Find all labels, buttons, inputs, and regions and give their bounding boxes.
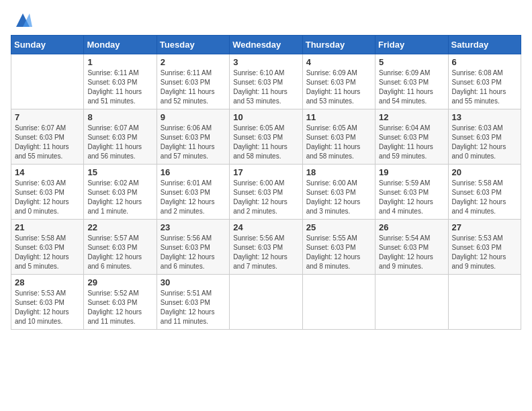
day-number: 29 bbox=[87, 277, 152, 287]
day-number: 11 bbox=[306, 112, 371, 122]
day-number: 6 bbox=[452, 57, 517, 67]
logo-icon bbox=[13, 11, 32, 30]
day-number: 23 bbox=[161, 222, 226, 232]
day-number: 12 bbox=[379, 112, 444, 122]
calendar-cell: 27Sunrise: 5:53 AMSunset: 6:03 PMDayligh… bbox=[448, 220, 521, 275]
calendar-cell bbox=[448, 275, 521, 330]
day-number: 26 bbox=[379, 222, 444, 232]
day-info: Sunrise: 5:56 AMSunset: 6:03 PMDaylight:… bbox=[161, 234, 226, 271]
day-info: Sunrise: 6:00 AMSunset: 6:03 PMDaylight:… bbox=[306, 179, 371, 216]
calendar-cell: 5Sunrise: 6:09 AMSunset: 6:03 PMDaylight… bbox=[375, 54, 448, 109]
day-number: 25 bbox=[306, 222, 371, 232]
day-number: 22 bbox=[87, 222, 152, 232]
day-number: 7 bbox=[15, 112, 80, 122]
day-number: 10 bbox=[233, 112, 298, 122]
calendar-cell: 12Sunrise: 6:04 AMSunset: 6:03 PMDayligh… bbox=[375, 109, 448, 165]
day-number: 4 bbox=[306, 57, 371, 67]
day-number: 30 bbox=[161, 277, 226, 287]
day-info: Sunrise: 5:53 AMSunset: 6:03 PMDaylight:… bbox=[452, 234, 517, 271]
day-info: Sunrise: 6:10 AMSunset: 6:03 PMDaylight:… bbox=[233, 68, 298, 106]
day-info: Sunrise: 6:11 AMSunset: 6:03 PMDaylight:… bbox=[161, 68, 226, 106]
day-number: 19 bbox=[379, 167, 444, 177]
calendar-cell: 7Sunrise: 6:07 AMSunset: 6:03 PMDaylight… bbox=[11, 109, 84, 165]
day-number: 28 bbox=[15, 277, 80, 287]
calendar-week-1: 1Sunrise: 6:11 AMSunset: 6:03 PMDaylight… bbox=[11, 54, 521, 109]
day-info: Sunrise: 5:58 AMSunset: 6:03 PMDaylight:… bbox=[452, 179, 517, 216]
calendar-header-sunday: Sunday bbox=[11, 36, 84, 54]
day-info: Sunrise: 6:00 AMSunset: 6:03 PMDaylight:… bbox=[233, 179, 298, 216]
calendar-cell bbox=[302, 275, 375, 330]
calendar-cell: 15Sunrise: 6:02 AMSunset: 6:03 PMDayligh… bbox=[84, 165, 157, 220]
calendar-cell: 29Sunrise: 5:52 AMSunset: 6:03 PMDayligh… bbox=[84, 275, 157, 330]
day-info: Sunrise: 6:04 AMSunset: 6:03 PMDaylight:… bbox=[379, 124, 444, 161]
day-number: 27 bbox=[452, 222, 517, 232]
day-number: 17 bbox=[233, 167, 298, 177]
calendar-cell: 1Sunrise: 6:11 AMSunset: 6:03 PMDaylight… bbox=[84, 54, 157, 109]
calendar-header-row: SundayMondayTuesdayWednesdayThursdayFrid… bbox=[11, 36, 521, 54]
calendar-cell: 19Sunrise: 5:59 AMSunset: 6:03 PMDayligh… bbox=[375, 165, 448, 220]
calendar-cell: 9Sunrise: 6:06 AMSunset: 6:03 PMDaylight… bbox=[157, 109, 229, 165]
calendar-cell: 4Sunrise: 6:09 AMSunset: 6:03 PMDaylight… bbox=[302, 54, 375, 109]
calendar-cell: 13Sunrise: 6:03 AMSunset: 6:03 PMDayligh… bbox=[448, 109, 521, 165]
day-info: Sunrise: 6:01 AMSunset: 6:03 PMDaylight:… bbox=[161, 179, 226, 216]
calendar-week-5: 28Sunrise: 5:53 AMSunset: 6:03 PMDayligh… bbox=[11, 275, 521, 330]
calendar-header-wednesday: Wednesday bbox=[230, 36, 302, 54]
calendar-header-thursday: Thursday bbox=[302, 36, 375, 54]
day-number: 24 bbox=[233, 222, 298, 232]
day-info: Sunrise: 6:02 AMSunset: 6:03 PMDaylight:… bbox=[87, 179, 152, 216]
calendar-header-saturday: Saturday bbox=[448, 36, 521, 54]
day-info: Sunrise: 6:07 AMSunset: 6:03 PMDaylight:… bbox=[15, 124, 80, 161]
calendar-cell: 14Sunrise: 6:03 AMSunset: 6:03 PMDayligh… bbox=[11, 165, 84, 220]
day-number: 21 bbox=[15, 222, 80, 232]
calendar-cell: 8Sunrise: 6:07 AMSunset: 6:03 PMDaylight… bbox=[84, 109, 157, 165]
day-info: Sunrise: 6:06 AMSunset: 6:03 PMDaylight:… bbox=[161, 124, 226, 161]
day-info: Sunrise: 6:03 AMSunset: 6:03 PMDaylight:… bbox=[452, 124, 517, 161]
day-info: Sunrise: 5:55 AMSunset: 6:03 PMDaylight:… bbox=[306, 234, 371, 271]
day-info: Sunrise: 6:11 AMSunset: 6:03 PMDaylight:… bbox=[87, 68, 152, 106]
calendar-cell: 6Sunrise: 6:08 AMSunset: 6:03 PMDaylight… bbox=[448, 54, 521, 109]
calendar-cell: 22Sunrise: 5:57 AMSunset: 6:03 PMDayligh… bbox=[84, 220, 157, 275]
calendar-cell bbox=[11, 54, 84, 109]
day-number: 2 bbox=[161, 57, 226, 67]
calendar-cell: 26Sunrise: 5:54 AMSunset: 6:03 PMDayligh… bbox=[375, 220, 448, 275]
day-number: 3 bbox=[233, 57, 298, 67]
logo bbox=[11, 11, 32, 30]
day-number: 20 bbox=[452, 167, 517, 177]
calendar-header-monday: Monday bbox=[84, 36, 157, 54]
day-info: Sunrise: 5:53 AMSunset: 6:03 PMDaylight:… bbox=[15, 289, 80, 326]
page-header bbox=[11, 11, 521, 30]
day-info: Sunrise: 6:09 AMSunset: 6:03 PMDaylight:… bbox=[306, 68, 371, 106]
calendar-cell: 11Sunrise: 6:05 AMSunset: 6:03 PMDayligh… bbox=[302, 109, 375, 165]
day-number: 16 bbox=[161, 167, 226, 177]
day-number: 5 bbox=[379, 57, 444, 67]
day-info: Sunrise: 6:03 AMSunset: 6:03 PMDaylight:… bbox=[15, 179, 80, 216]
day-info: Sunrise: 5:56 AMSunset: 6:03 PMDaylight:… bbox=[233, 234, 298, 271]
calendar-cell: 2Sunrise: 6:11 AMSunset: 6:03 PMDaylight… bbox=[157, 54, 229, 109]
day-info: Sunrise: 5:58 AMSunset: 6:03 PMDaylight:… bbox=[15, 234, 80, 271]
calendar-cell: 23Sunrise: 5:56 AMSunset: 6:03 PMDayligh… bbox=[157, 220, 229, 275]
calendar-cell: 18Sunrise: 6:00 AMSunset: 6:03 PMDayligh… bbox=[302, 165, 375, 220]
calendar-cell: 17Sunrise: 6:00 AMSunset: 6:03 PMDayligh… bbox=[230, 165, 302, 220]
day-number: 14 bbox=[15, 167, 80, 177]
day-info: Sunrise: 6:08 AMSunset: 6:03 PMDaylight:… bbox=[452, 68, 517, 106]
calendar-body: 1Sunrise: 6:11 AMSunset: 6:03 PMDaylight… bbox=[11, 54, 521, 330]
calendar-cell: 16Sunrise: 6:01 AMSunset: 6:03 PMDayligh… bbox=[157, 165, 229, 220]
calendar-cell: 10Sunrise: 6:05 AMSunset: 6:03 PMDayligh… bbox=[230, 109, 302, 165]
calendar-cell: 28Sunrise: 5:53 AMSunset: 6:03 PMDayligh… bbox=[11, 275, 84, 330]
day-number: 13 bbox=[452, 112, 517, 122]
day-info: Sunrise: 6:05 AMSunset: 6:03 PMDaylight:… bbox=[306, 124, 371, 161]
calendar-week-3: 14Sunrise: 6:03 AMSunset: 6:03 PMDayligh… bbox=[11, 165, 521, 220]
day-info: Sunrise: 5:54 AMSunset: 6:03 PMDaylight:… bbox=[379, 234, 444, 271]
day-info: Sunrise: 6:09 AMSunset: 6:03 PMDaylight:… bbox=[379, 68, 444, 106]
day-info: Sunrise: 6:07 AMSunset: 6:03 PMDaylight:… bbox=[87, 124, 152, 161]
calendar-cell: 30Sunrise: 5:51 AMSunset: 6:03 PMDayligh… bbox=[157, 275, 229, 330]
calendar-cell: 3Sunrise: 6:10 AMSunset: 6:03 PMDaylight… bbox=[230, 54, 302, 109]
calendar-cell: 25Sunrise: 5:55 AMSunset: 6:03 PMDayligh… bbox=[302, 220, 375, 275]
calendar-week-4: 21Sunrise: 5:58 AMSunset: 6:03 PMDayligh… bbox=[11, 220, 521, 275]
day-info: Sunrise: 5:59 AMSunset: 6:03 PMDaylight:… bbox=[379, 179, 444, 216]
day-info: Sunrise: 5:52 AMSunset: 6:03 PMDaylight:… bbox=[87, 289, 152, 326]
calendar-cell: 21Sunrise: 5:58 AMSunset: 6:03 PMDayligh… bbox=[11, 220, 84, 275]
day-info: Sunrise: 5:51 AMSunset: 6:03 PMDaylight:… bbox=[161, 289, 226, 326]
calendar-header-friday: Friday bbox=[375, 36, 448, 54]
calendar-cell bbox=[230, 275, 302, 330]
